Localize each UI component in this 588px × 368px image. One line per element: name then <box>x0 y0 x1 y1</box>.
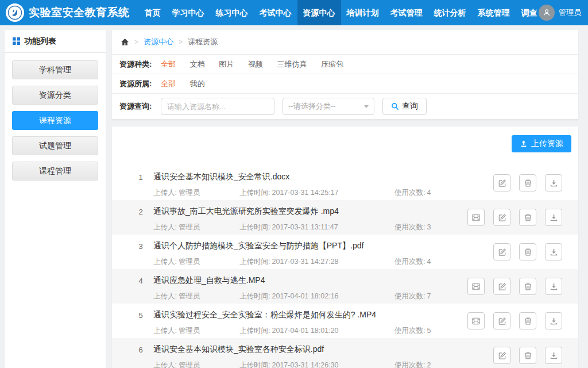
uploader-label: 上传人: <box>153 292 177 300</box>
preview-video-button[interactable] <box>467 278 485 295</box>
filter-owner-options: 全部 我的 <box>161 79 217 89</box>
download-icon <box>550 282 558 291</box>
sidebar-item[interactable]: 学科管理 <box>12 60 98 79</box>
resource-name-input[interactable] <box>161 98 274 115</box>
preview-video-button[interactable] <box>467 312 485 329</box>
download-icon <box>550 179 558 187</box>
download-button[interactable] <box>545 243 562 260</box>
row-index: 2 <box>135 206 146 235</box>
row-index: 4 <box>135 275 146 304</box>
delete-button[interactable] <box>519 174 536 191</box>
resource-title: 通识事故_南工大电光源研究所实验室突发爆炸 .mp4 <box>153 206 431 217</box>
resource-title: 通识安全基本知识模块_安全常识.docx <box>153 172 431 182</box>
breadcrumb-separator: > <box>179 38 183 46</box>
breadcrumb-link[interactable]: 资源中心 <box>144 37 173 47</box>
nav-item[interactable]: 学习中心 <box>167 0 210 25</box>
search-button[interactable]: 查询 <box>382 98 427 115</box>
edit-button[interactable] <box>493 209 510 226</box>
app-title: 实验室安全教育系统 <box>29 5 130 20</box>
filter-type-option[interactable]: 全部 <box>161 60 176 68</box>
upload-resource-button[interactable]: 上传资源 <box>512 135 571 152</box>
edit-button[interactable] <box>493 243 510 260</box>
upload-icon <box>520 140 528 148</box>
nav-item[interactable]: 统计分析 <box>428 0 472 25</box>
download-button[interactable] <box>545 174 562 191</box>
resource-title: 通识个人防护措施模块_实验室安全与防护措施【PPT】.pdf <box>153 241 431 251</box>
delete-button[interactable] <box>519 278 536 295</box>
trash-icon <box>524 213 532 222</box>
nav-item[interactable]: 系统管理 <box>472 0 516 25</box>
uploader-value: 管理员 <box>179 189 200 197</box>
time-label: 上传时间: <box>239 292 270 300</box>
home-icon[interactable] <box>121 38 129 46</box>
time-label: 上传时间: <box>239 189 270 197</box>
uploader-label: 上传人: <box>153 258 177 266</box>
resource-row: 4 通识应急处理_自救与逃生.MP4 上传人:管理员上传时间:2017-04-0… <box>112 269 578 304</box>
nav-item[interactable]: 资源中心 <box>297 0 341 25</box>
delete-button[interactable] <box>519 347 536 364</box>
count-label: 使用次数: <box>394 223 425 231</box>
top-header: 实验室安全教育系统 首页 学习中心 练习中心 考试中心 资源中心 培训计划 考试… <box>0 0 588 25</box>
main-nav: 首页 学习中心 练习中心 考试中心 资源中心 培训计划 考试管理 统计分析 系统… <box>139 0 543 25</box>
time-label: 上传时间: <box>239 258 270 266</box>
row-actions <box>493 347 562 364</box>
download-button[interactable] <box>545 209 562 226</box>
count-label: 使用次数: <box>394 258 425 266</box>
edit-button[interactable] <box>493 347 510 364</box>
row-actions <box>493 243 562 260</box>
edit-icon <box>498 213 506 222</box>
delete-button[interactable] <box>519 312 536 329</box>
download-button[interactable] <box>545 312 562 329</box>
nav-item[interactable]: 练习中心 <box>210 0 254 25</box>
filter-owner-option[interactable]: 全部 <box>161 79 176 88</box>
count-value: 3 <box>427 223 431 231</box>
filter-type-option[interactable]: 图片 <box>219 60 234 68</box>
resource-meta: 上传人:管理员上传时间:2017-03-31 14:27:28使用次数:4 <box>153 257 431 267</box>
preview-video-button[interactable] <box>467 209 485 226</box>
resource-row: 5 通识实验过程安全_安全实验室：粉尘爆炸是如何发生的? .MP4 上传人:管理… <box>112 304 578 338</box>
sidebar: 功能列表 学科管理 资源分类 课程资源 试题管理 课程管理 <box>5 30 106 368</box>
filter-type-label: 资源种类: <box>119 59 161 70</box>
resource-row: 6 通识安全基本知识模块_实验室各种安全标识.pdf 上传人:管理员上传时间:2… <box>112 338 578 368</box>
user-name: 管理员 <box>559 7 581 18</box>
uploader-label: 上传人: <box>153 361 177 368</box>
nav-item[interactable]: 培训计划 <box>341 0 385 25</box>
category-select[interactable]: --请选择分类-- <box>283 98 374 115</box>
edit-button[interactable] <box>493 174 510 191</box>
filter-type-option[interactable]: 三维仿真 <box>277 60 307 68</box>
sidebar-title: 功能列表 <box>24 36 56 47</box>
count-label: 使用次数: <box>394 327 425 335</box>
edit-button[interactable] <box>493 312 510 329</box>
user-avatar <box>539 5 555 21</box>
nav-item[interactable]: 考试中心 <box>254 0 297 25</box>
sidebar-item[interactable]: 资源分类 <box>12 86 98 105</box>
delete-button[interactable] <box>519 243 536 260</box>
time-value: 2017-04-01 18:02:16 <box>272 292 338 300</box>
user-menu[interactable]: 管理员 <box>539 0 581 25</box>
count-label: 使用次数: <box>394 189 425 197</box>
nav-item[interactable]: 考试管理 <box>385 0 428 25</box>
resource-meta: 上传人:管理员上传时间:2017-03-31 13:11:47使用次数:3 <box>153 223 431 232</box>
sidebar-item[interactable]: 课程资源 <box>12 111 98 130</box>
sidebar-item[interactable]: 试题管理 <box>12 136 98 155</box>
download-button[interactable] <box>545 278 562 295</box>
time-value: 2017-03-31 14:27:28 <box>272 258 338 266</box>
filter-owner-option[interactable]: 我的 <box>190 79 205 88</box>
uploader-value: 管理员 <box>179 361 200 368</box>
download-button[interactable] <box>545 347 562 364</box>
filter-type-option[interactable]: 文档 <box>190 60 205 68</box>
time-value: 2017-04-01 18:01:20 <box>272 327 338 335</box>
edit-icon <box>498 282 506 291</box>
sidebar-item[interactable]: 课程管理 <box>12 162 98 181</box>
resource-toolbar: 上传资源 <box>112 126 578 166</box>
resource-list: 1 通识安全基本知识模块_安全常识.docx 上传人:管理员上传时间:2017-… <box>112 166 578 368</box>
delete-button[interactable] <box>519 209 536 226</box>
row-actions <box>467 312 562 329</box>
time-label: 上传时间: <box>239 361 270 368</box>
uploader-value: 管理员 <box>179 327 200 335</box>
edit-button[interactable] <box>493 278 510 295</box>
row-actions <box>467 209 562 226</box>
filter-type-option[interactable]: 视频 <box>248 60 263 68</box>
nav-item[interactable]: 首页 <box>139 0 167 25</box>
filter-type-option[interactable]: 压缩包 <box>321 60 343 68</box>
